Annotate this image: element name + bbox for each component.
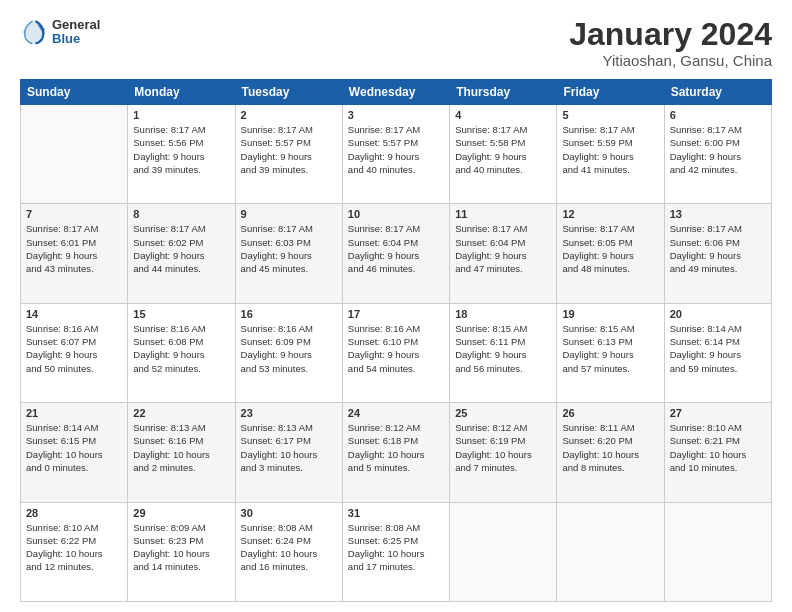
calendar-header-row: SundayMondayTuesdayWednesdayThursdayFrid… xyxy=(21,80,772,105)
calendar-header-sunday: Sunday xyxy=(21,80,128,105)
day-info: Sunrise: 8:17 AMSunset: 6:04 PMDaylight:… xyxy=(348,222,444,275)
calendar-cell[interactable]: 3Sunrise: 8:17 AMSunset: 5:57 PMDaylight… xyxy=(342,105,449,204)
title-section: January 2024 Yitiaoshan, Gansu, China xyxy=(569,18,772,69)
day-info: Sunrise: 8:15 AMSunset: 6:13 PMDaylight:… xyxy=(562,322,658,375)
calendar-cell[interactable]: 6Sunrise: 8:17 AMSunset: 6:00 PMDaylight… xyxy=(664,105,771,204)
calendar-cell[interactable]: 22Sunrise: 8:13 AMSunset: 6:16 PMDayligh… xyxy=(128,403,235,502)
page: General Blue January 2024 Yitiaoshan, Ga… xyxy=(0,0,792,612)
calendar-cell[interactable]: 17Sunrise: 8:16 AMSunset: 6:10 PMDayligh… xyxy=(342,303,449,402)
day-number: 29 xyxy=(133,507,229,519)
day-number: 8 xyxy=(133,208,229,220)
day-number: 6 xyxy=(670,109,766,121)
calendar-cell[interactable]: 30Sunrise: 8:08 AMSunset: 6:24 PMDayligh… xyxy=(235,502,342,601)
day-info: Sunrise: 8:16 AMSunset: 6:10 PMDaylight:… xyxy=(348,322,444,375)
calendar-cell[interactable]: 21Sunrise: 8:14 AMSunset: 6:15 PMDayligh… xyxy=(21,403,128,502)
day-number: 21 xyxy=(26,407,122,419)
day-info: Sunrise: 8:08 AMSunset: 6:24 PMDaylight:… xyxy=(241,521,337,574)
day-info: Sunrise: 8:17 AMSunset: 6:06 PMDaylight:… xyxy=(670,222,766,275)
calendar-cell[interactable]: 27Sunrise: 8:10 AMSunset: 6:21 PMDayligh… xyxy=(664,403,771,502)
calendar-week-4: 21Sunrise: 8:14 AMSunset: 6:15 PMDayligh… xyxy=(21,403,772,502)
day-info: Sunrise: 8:16 AMSunset: 6:09 PMDaylight:… xyxy=(241,322,337,375)
calendar-cell[interactable]: 2Sunrise: 8:17 AMSunset: 5:57 PMDaylight… xyxy=(235,105,342,204)
calendar-cell[interactable]: 5Sunrise: 8:17 AMSunset: 5:59 PMDaylight… xyxy=(557,105,664,204)
calendar-cell[interactable]: 11Sunrise: 8:17 AMSunset: 6:04 PMDayligh… xyxy=(450,204,557,303)
calendar-header-friday: Friday xyxy=(557,80,664,105)
calendar-table: SundayMondayTuesdayWednesdayThursdayFrid… xyxy=(20,79,772,602)
day-info: Sunrise: 8:15 AMSunset: 6:11 PMDaylight:… xyxy=(455,322,551,375)
calendar-cell[interactable]: 23Sunrise: 8:13 AMSunset: 6:17 PMDayligh… xyxy=(235,403,342,502)
day-info: Sunrise: 8:08 AMSunset: 6:25 PMDaylight:… xyxy=(348,521,444,574)
day-number: 28 xyxy=(26,507,122,519)
day-number: 12 xyxy=(562,208,658,220)
calendar-header-thursday: Thursday xyxy=(450,80,557,105)
day-info: Sunrise: 8:17 AMSunset: 5:56 PMDaylight:… xyxy=(133,123,229,176)
calendar-cell[interactable]: 8Sunrise: 8:17 AMSunset: 6:02 PMDaylight… xyxy=(128,204,235,303)
day-number: 10 xyxy=(348,208,444,220)
calendar-week-2: 7Sunrise: 8:17 AMSunset: 6:01 PMDaylight… xyxy=(21,204,772,303)
calendar-cell[interactable]: 13Sunrise: 8:17 AMSunset: 6:06 PMDayligh… xyxy=(664,204,771,303)
day-info: Sunrise: 8:17 AMSunset: 6:00 PMDaylight:… xyxy=(670,123,766,176)
day-info: Sunrise: 8:11 AMSunset: 6:20 PMDaylight:… xyxy=(562,421,658,474)
day-number: 20 xyxy=(670,308,766,320)
calendar-cell[interactable]: 12Sunrise: 8:17 AMSunset: 6:05 PMDayligh… xyxy=(557,204,664,303)
day-number: 2 xyxy=(241,109,337,121)
calendar-cell[interactable]: 31Sunrise: 8:08 AMSunset: 6:25 PMDayligh… xyxy=(342,502,449,601)
calendar-cell[interactable] xyxy=(21,105,128,204)
day-number: 4 xyxy=(455,109,551,121)
day-info: Sunrise: 8:14 AMSunset: 6:15 PMDaylight:… xyxy=(26,421,122,474)
calendar-cell[interactable]: 16Sunrise: 8:16 AMSunset: 6:09 PMDayligh… xyxy=(235,303,342,402)
day-info: Sunrise: 8:17 AMSunset: 6:01 PMDaylight:… xyxy=(26,222,122,275)
calendar-cell[interactable]: 19Sunrise: 8:15 AMSunset: 6:13 PMDayligh… xyxy=(557,303,664,402)
calendar-cell[interactable]: 14Sunrise: 8:16 AMSunset: 6:07 PMDayligh… xyxy=(21,303,128,402)
calendar-cell[interactable]: 1Sunrise: 8:17 AMSunset: 5:56 PMDaylight… xyxy=(128,105,235,204)
day-info: Sunrise: 8:17 AMSunset: 5:59 PMDaylight:… xyxy=(562,123,658,176)
calendar-header-saturday: Saturday xyxy=(664,80,771,105)
day-info: Sunrise: 8:09 AMSunset: 6:23 PMDaylight:… xyxy=(133,521,229,574)
day-number: 11 xyxy=(455,208,551,220)
day-info: Sunrise: 8:17 AMSunset: 5:57 PMDaylight:… xyxy=(241,123,337,176)
day-number: 18 xyxy=(455,308,551,320)
day-number: 7 xyxy=(26,208,122,220)
logo: General Blue xyxy=(20,18,100,47)
day-info: Sunrise: 8:17 AMSunset: 5:58 PMDaylight:… xyxy=(455,123,551,176)
calendar-cell[interactable]: 10Sunrise: 8:17 AMSunset: 6:04 PMDayligh… xyxy=(342,204,449,303)
calendar-cell[interactable] xyxy=(557,502,664,601)
calendar-cell[interactable]: 29Sunrise: 8:09 AMSunset: 6:23 PMDayligh… xyxy=(128,502,235,601)
calendar-cell[interactable]: 15Sunrise: 8:16 AMSunset: 6:08 PMDayligh… xyxy=(128,303,235,402)
day-number: 1 xyxy=(133,109,229,121)
calendar-cell[interactable] xyxy=(450,502,557,601)
calendar-cell[interactable]: 28Sunrise: 8:10 AMSunset: 6:22 PMDayligh… xyxy=(21,502,128,601)
day-number: 22 xyxy=(133,407,229,419)
logo-line1: General xyxy=(52,18,100,32)
day-info: Sunrise: 8:16 AMSunset: 6:07 PMDaylight:… xyxy=(26,322,122,375)
day-info: Sunrise: 8:13 AMSunset: 6:17 PMDaylight:… xyxy=(241,421,337,474)
calendar-cell[interactable]: 9Sunrise: 8:17 AMSunset: 6:03 PMDaylight… xyxy=(235,204,342,303)
day-info: Sunrise: 8:10 AMSunset: 6:22 PMDaylight:… xyxy=(26,521,122,574)
day-info: Sunrise: 8:17 AMSunset: 6:03 PMDaylight:… xyxy=(241,222,337,275)
calendar-week-1: 1Sunrise: 8:17 AMSunset: 5:56 PMDaylight… xyxy=(21,105,772,204)
logo-text: General Blue xyxy=(52,18,100,47)
main-title: January 2024 xyxy=(569,18,772,50)
calendar-cell[interactable]: 25Sunrise: 8:12 AMSunset: 6:19 PMDayligh… xyxy=(450,403,557,502)
day-number: 26 xyxy=(562,407,658,419)
day-info: Sunrise: 8:17 AMSunset: 6:02 PMDaylight:… xyxy=(133,222,229,275)
calendar-cell[interactable]: 24Sunrise: 8:12 AMSunset: 6:18 PMDayligh… xyxy=(342,403,449,502)
calendar-cell[interactable]: 4Sunrise: 8:17 AMSunset: 5:58 PMDaylight… xyxy=(450,105,557,204)
day-number: 5 xyxy=(562,109,658,121)
calendar-cell[interactable] xyxy=(664,502,771,601)
day-number: 14 xyxy=(26,308,122,320)
day-info: Sunrise: 8:13 AMSunset: 6:16 PMDaylight:… xyxy=(133,421,229,474)
calendar-header-wednesday: Wednesday xyxy=(342,80,449,105)
day-number: 9 xyxy=(241,208,337,220)
calendar-cell[interactable]: 7Sunrise: 8:17 AMSunset: 6:01 PMDaylight… xyxy=(21,204,128,303)
calendar-cell[interactable]: 26Sunrise: 8:11 AMSunset: 6:20 PMDayligh… xyxy=(557,403,664,502)
day-number: 25 xyxy=(455,407,551,419)
day-number: 16 xyxy=(241,308,337,320)
day-number: 30 xyxy=(241,507,337,519)
calendar-cell[interactable]: 20Sunrise: 8:14 AMSunset: 6:14 PMDayligh… xyxy=(664,303,771,402)
day-number: 17 xyxy=(348,308,444,320)
calendar-cell[interactable]: 18Sunrise: 8:15 AMSunset: 6:11 PMDayligh… xyxy=(450,303,557,402)
calendar-week-5: 28Sunrise: 8:10 AMSunset: 6:22 PMDayligh… xyxy=(21,502,772,601)
calendar-header-tuesday: Tuesday xyxy=(235,80,342,105)
day-info: Sunrise: 8:17 AMSunset: 6:05 PMDaylight:… xyxy=(562,222,658,275)
